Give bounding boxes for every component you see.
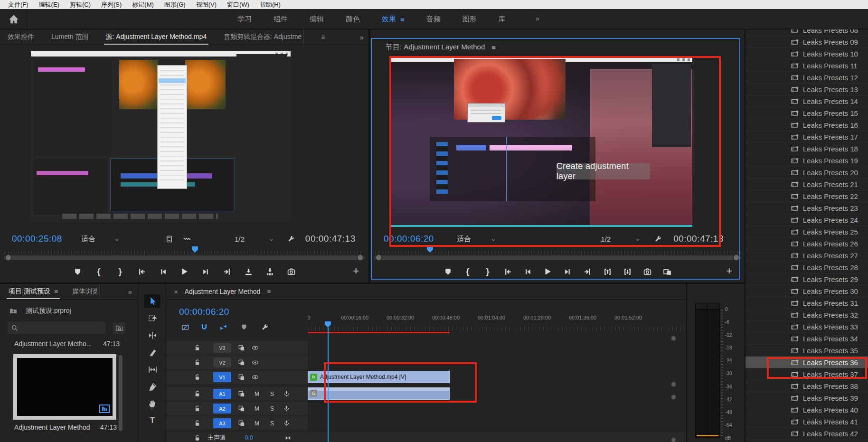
go-to-out-button[interactable] <box>223 267 231 276</box>
tab-project[interactable]: 项目:测试预设 ≡ <box>7 284 60 299</box>
effects-list-item[interactable]: Leaks Presets 29 <box>745 273 868 285</box>
track-output-eye-icon[interactable] <box>252 344 259 351</box>
solo-button[interactable]: S <box>269 405 275 412</box>
pan-bowtie-icon[interactable] <box>284 434 292 442</box>
sync-lock-icon[interactable] <box>238 374 245 381</box>
lock-icon[interactable] <box>194 374 201 381</box>
project-item-partial[interactable]: Adjustment Layer Metho... 47:13 <box>14 340 120 348</box>
step-forward-button[interactable] <box>201 267 210 276</box>
panel-tab[interactable]: 源: Adjustment Layer Method.mp4 <box>104 29 208 45</box>
lock-icon[interactable] <box>194 420 201 427</box>
panel-tab[interactable]: 效果控件 <box>6 29 36 45</box>
go-to-out-button[interactable] <box>583 267 592 276</box>
selection-tool[interactable] <box>144 294 160 308</box>
voiceover-mic-icon[interactable] <box>283 405 290 412</box>
menu-item[interactable]: 序列(S) <box>96 0 127 9</box>
effects-list-item[interactable]: Leaks Presets 28 <box>745 262 868 273</box>
lock-icon[interactable] <box>194 434 201 442</box>
overwrite-button[interactable] <box>265 267 274 276</box>
effects-list-item[interactable]: Leaks Presets 24 <box>745 214 868 226</box>
search-input[interactable] <box>8 322 105 334</box>
effects-list-item[interactable]: Leaks Presets 31 <box>745 297 868 309</box>
mark-in-button[interactable]: { <box>94 267 103 276</box>
panel-menu-icon[interactable]: ≡ <box>491 43 496 51</box>
workspace-tab[interactable]: 组件 ≡ <box>274 15 288 24</box>
panel-overflow-chevron[interactable]: » <box>128 288 132 296</box>
slip-tool[interactable] <box>144 363 160 376</box>
source-mini-timeline-ruler[interactable] <box>5 247 364 255</box>
effects-list-item[interactable]: Leaks Presets 16 <box>745 119 868 131</box>
effects-list-item[interactable]: Leaks Presets 09 <box>745 36 868 48</box>
solo-button[interactable]: S <box>269 391 275 397</box>
solo-button[interactable]: S <box>269 420 275 427</box>
razor-tool[interactable] <box>144 346 160 359</box>
track-scroll-handle[interactable] <box>670 381 677 387</box>
effects-list-item[interactable]: Leaks Presets 22 <box>745 190 868 202</box>
effects-list-item[interactable]: Leaks Presets 25 <box>745 226 868 238</box>
source-scrollbar[interactable] <box>4 255 365 260</box>
drag-video-icon[interactable] <box>166 235 173 243</box>
close-icon[interactable]: × <box>174 288 178 296</box>
mute-button[interactable]: M <box>254 405 260 412</box>
timeline-video-clip[interactable]: fx Adjustment Layer Method.mp4 [V] <box>308 371 450 383</box>
track-target-badge[interactable]: V1 <box>213 372 231 382</box>
program-playhead[interactable] <box>426 246 434 253</box>
drag-audio-icon[interactable] <box>183 235 191 243</box>
sync-lock-icon[interactable] <box>238 405 245 412</box>
lock-icon[interactable] <box>194 344 201 351</box>
mark-in-button[interactable]: { <box>463 267 472 276</box>
effects-list-item[interactable]: Leaks Presets 35 <box>745 345 868 357</box>
menu-item[interactable]: 帮助(H) <box>255 0 286 9</box>
home-button[interactable] <box>6 12 22 27</box>
workspace-tab[interactable]: 颜色 ≡ <box>346 15 360 24</box>
program-video-frame[interactable]: Create adjustment layer <box>390 57 692 227</box>
track-output-eye-icon[interactable] <box>252 374 259 381</box>
track-scroll-handle[interactable] <box>670 394 677 400</box>
add-marker-button[interactable] <box>443 267 452 276</box>
timeline-playhead[interactable] <box>324 321 331 328</box>
source-playhead[interactable] <box>191 246 198 253</box>
menu-item[interactable]: 图形(G) <box>159 0 191 9</box>
timeline-settings-wrench-icon[interactable] <box>259 322 271 332</box>
mute-button[interactable]: M <box>254 391 260 397</box>
panel-tab[interactable]: Lumetri 范围 <box>49 29 91 45</box>
effects-list-item[interactable]: Leaks Presets 11 <box>745 60 868 72</box>
track-target-badge[interactable]: A3 <box>213 418 231 428</box>
add-marker-button[interactable] <box>73 267 82 276</box>
effects-list-item[interactable]: Leaks Presets 15 <box>745 107 868 119</box>
navigate-up-folder-icon[interactable] <box>9 307 18 315</box>
effects-list-item[interactable]: Leaks Presets 36 <box>745 357 868 368</box>
effects-list-item[interactable]: Leaks Presets 38 <box>745 380 868 392</box>
program-mini-timeline-ruler[interactable] <box>375 247 740 255</box>
menu-item[interactable]: 编辑(E) <box>34 0 65 9</box>
project-item-row[interactable]: Adjustment Layer Method 47:13 <box>14 423 117 431</box>
menu-item[interactable]: 标记(M) <box>127 0 159 9</box>
workspace-tab[interactable]: 音频 ≡ <box>426 15 441 24</box>
export-frame-button[interactable] <box>643 267 651 276</box>
panel-menu-icon[interactable]: ≡ <box>321 33 325 41</box>
program-zoom-select[interactable]: 适合 ⌄ <box>457 235 496 244</box>
effects-list-item[interactable]: Leaks Presets 18 <box>745 143 868 155</box>
workspace-menu-icon[interactable]: ≡ <box>400 15 405 23</box>
effects-list-item[interactable]: Leaks Presets 37 <box>745 368 868 380</box>
audio-meter-bars[interactable] <box>695 310 720 438</box>
voiceover-mic-icon[interactable] <box>283 390 290 397</box>
workspace-overflow-chevron[interactable]: » <box>536 15 539 22</box>
mute-button[interactable]: M <box>254 420 260 427</box>
effects-list-item[interactable]: Leaks Presets 14 <box>745 95 868 107</box>
program-resolution-select[interactable]: 1/2 ⌄ <box>601 235 640 243</box>
tab-media-browser[interactable]: 媒体浏览 <box>70 284 100 299</box>
timeline-timecode[interactable]: 00:00:06:20 <box>179 307 229 317</box>
type-tool[interactable]: T <box>144 414 160 427</box>
track-scroll-handle[interactable] <box>670 437 677 442</box>
sync-lock-icon[interactable] <box>238 344 245 351</box>
source-video-frame[interactable] <box>31 51 291 221</box>
effects-list-item[interactable]: Leaks Presets 21 <box>745 179 868 190</box>
effects-list-item[interactable]: Leaks Presets 42 <box>745 428 868 440</box>
extract-button[interactable] <box>623 267 632 276</box>
effects-list-item[interactable]: Leaks Presets 13 <box>745 84 868 95</box>
effects-list-item[interactable]: Leaks Presets 34 <box>745 333 868 345</box>
panel-tab[interactable]: 音频剪辑混合器: Adjustme <box>222 29 304 45</box>
panel-menu-icon[interactable]: ≡ <box>54 288 58 295</box>
track-target-badge[interactable]: V2 <box>213 357 231 367</box>
